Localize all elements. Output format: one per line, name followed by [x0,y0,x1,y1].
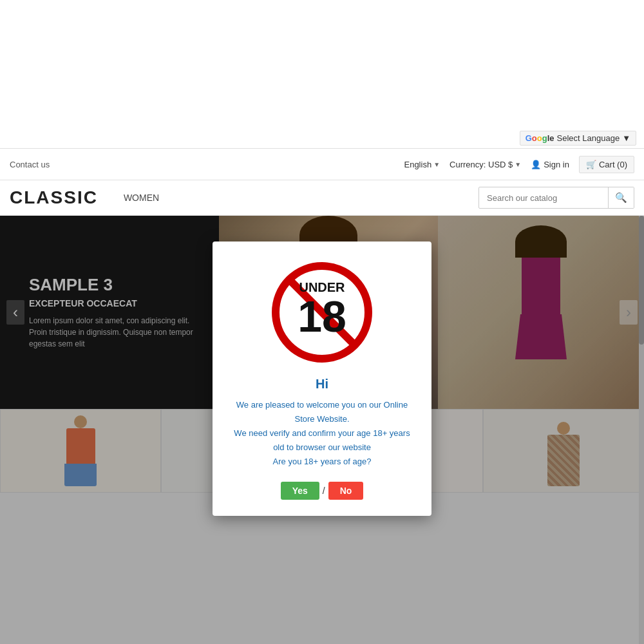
signin-button[interactable]: 👤 Sign in [531,160,569,169]
header-bar: CLASSIC WOMEN 🔍 [0,180,644,216]
google-translate-widget[interactable]: Google Select Language ▼ [520,131,636,146]
person-icon: 👤 [531,160,541,169]
cart-button[interactable]: 🛒 Cart (0) [579,156,634,173]
search-input[interactable] [479,189,608,207]
modal-greeting: Hi [232,377,412,392]
brand-name[interactable]: CLASSIC [10,187,98,208]
modal-buttons: Yes / No [232,482,412,500]
currency-label: Currency: USD $ [450,160,513,169]
nav-bar: Contact us English ▼ Currency: USD $ ▼ 👤… [0,148,644,180]
modal-description: We are pleased to welcome you on our Onl… [232,398,412,469]
language-arrow: ▼ [433,161,440,168]
modal-text-line3: Are you 18+ years of age? [273,457,372,466]
nav-right: English ▼ Currency: USD $ ▼ 👤 Sign in 🛒 … [404,156,634,173]
select-language-label: Select Language [557,133,620,143]
currency-selector[interactable]: Currency: USD $ ▼ [450,160,521,169]
nav-left: Contact us [10,158,404,170]
select-language-arrow: ▼ [622,133,630,143]
currency-arrow: ▼ [515,161,521,168]
no-button[interactable]: No [328,482,364,500]
search-bar: 🔍 [478,187,634,209]
main-content: ‹ SAMPLE 3 EXCEPTEUR OCCAECAT Lorem ipsu… [0,216,644,644]
top-bar: Google Select Language ▼ [0,0,644,148]
nav-menu-women[interactable]: WOMEN [124,193,159,203]
language-selector[interactable]: English ▼ [404,160,440,169]
contact-link[interactable]: Contact us [10,160,50,169]
modal-text-line2: We need verify and confirm your age 18+ … [234,428,410,452]
cart-label: Cart (0) [599,160,627,169]
modal-overlay: UNDER 18 Hi We are pleased to welcome yo… [0,216,644,644]
svg-text:18: 18 [298,292,346,341]
button-separator: / [323,486,325,496]
age-verification-modal: UNDER 18 Hi We are pleased to welcome yo… [213,242,431,516]
google-logo: Google [526,133,554,143]
modal-text-line1: We are pleased to welcome you on our Onl… [236,400,408,424]
search-button[interactable]: 🔍 [608,187,634,208]
signin-label: Sign in [544,160,569,169]
age-icon-svg: UNDER 18 [270,261,374,364]
age-restriction-icon: UNDER 18 [270,261,374,364]
yes-button[interactable]: Yes [281,482,319,500]
cart-icon: 🛒 [586,160,596,169]
language-label: English [404,160,431,169]
nav-menu: WOMEN [124,193,478,203]
